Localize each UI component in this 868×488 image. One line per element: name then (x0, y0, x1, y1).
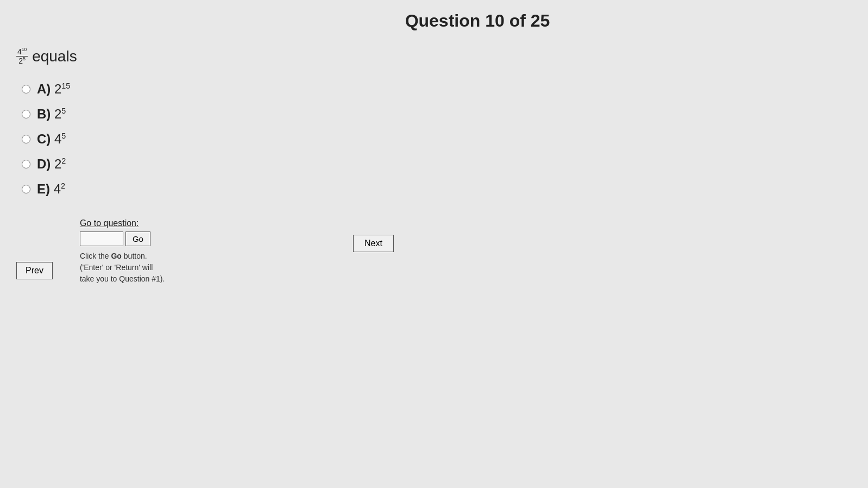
answer-e: E) 42 (22, 182, 852, 197)
hint-text-3: take you to Question #1). (80, 274, 165, 283)
label-a: A) 215 (37, 82, 70, 97)
answers-list: A) 215 B) 25 C) 45 D) 22 E) 42 (22, 82, 852, 197)
goto-label: Go to question: (80, 218, 139, 228)
label-b: B) 25 (37, 107, 66, 122)
goto-section: Go to question: Go Click the Go button. … (80, 218, 165, 285)
label-c: C) 45 (37, 132, 66, 147)
page-title: Question 10 of 25 (103, 11, 852, 31)
fraction: 410 25 (16, 47, 28, 65)
goto-hint: Click the Go button. ('Enter' or 'Return… (80, 251, 165, 285)
label-d: D) 22 (37, 157, 66, 172)
question-text: 410 25 equals (16, 47, 852, 65)
answer-b: B) 25 (22, 107, 852, 122)
hint-text-2: ('Enter' or 'Return' will (80, 263, 153, 272)
prev-button[interactable]: Prev (16, 262, 53, 279)
radio-d[interactable] (22, 160, 30, 168)
navigation-area: Prev Go to question: Go Click the Go but… (16, 218, 852, 285)
answer-c: C) 45 (22, 132, 852, 147)
question-equals: equals (32, 48, 77, 65)
go-button[interactable]: Go (125, 232, 150, 246)
radio-c[interactable] (22, 135, 30, 143)
radio-a[interactable] (22, 85, 30, 93)
label-e: E) 42 (37, 182, 65, 197)
goto-input-row: Go (80, 232, 150, 246)
answer-a: A) 215 (22, 82, 852, 97)
radio-e[interactable] (22, 185, 30, 193)
next-button[interactable]: Next (353, 235, 394, 252)
hint-text-1: Click the Go button. (80, 252, 147, 260)
fraction-denominator: 25 (17, 57, 26, 65)
fraction-numerator: 410 (16, 47, 28, 57)
goto-input[interactable] (80, 232, 123, 246)
answer-d: D) 22 (22, 157, 852, 172)
radio-b[interactable] (22, 110, 30, 118)
